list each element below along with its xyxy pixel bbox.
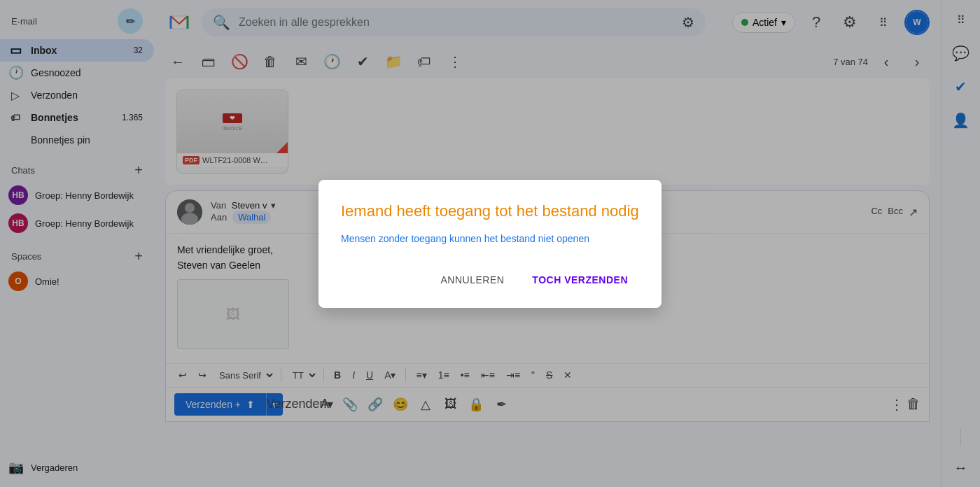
dialog-send-button[interactable]: TOCH VERZENDEN: [521, 269, 639, 291]
dialog-cancel-button[interactable]: ANNULEREN: [429, 269, 515, 291]
access-dialog: Iemand heeft toegang tot het bestand nod…: [318, 180, 662, 308]
dialog-actions: ANNULEREN TOCH VERZENDEN: [341, 269, 639, 291]
dialog-body: Mensen zonder toegang kunnen het bestand…: [341, 232, 639, 246]
dialog-title: Iemand heeft toegang tot het bestand nod…: [341, 202, 639, 220]
dialog-overlay: Iemand heeft toegang tot het bestand nod…: [0, 0, 980, 487]
